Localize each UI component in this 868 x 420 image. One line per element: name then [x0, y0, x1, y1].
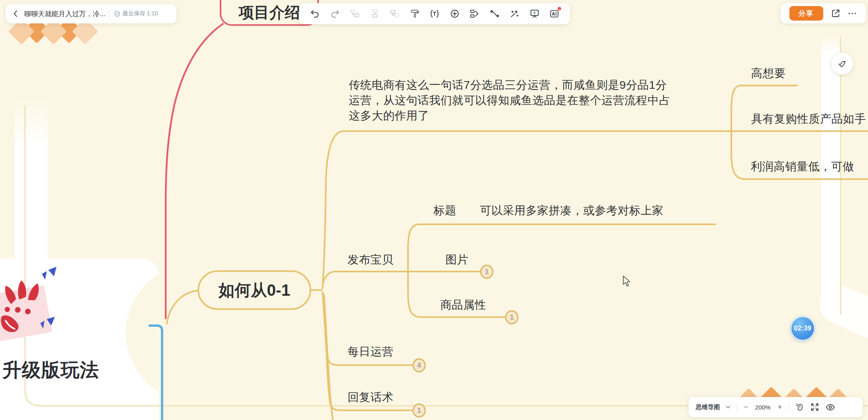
badge-image-count[interactable]: 1 — [480, 265, 493, 279]
notification-dot — [558, 7, 561, 10]
add-node-icon[interactable] — [449, 8, 461, 20]
node-central-topic[interactable]: 升级版玩法 — [2, 357, 99, 383]
divider — [109, 10, 110, 18]
relation-icon[interactable] — [489, 8, 501, 20]
node-title-tip[interactable]: 可以采用多家拼凑，或参考对标上家 — [480, 203, 664, 218]
node-how-from-0-1-label: 如何从0-1 — [219, 279, 290, 301]
badge-reply-count[interactable]: 1 — [412, 403, 426, 418]
insert-child-icon[interactable] — [389, 8, 401, 20]
format-painter-icon[interactable] — [409, 8, 421, 20]
toolbar — [299, 3, 570, 24]
zoom-in-button[interactable]: + — [775, 403, 784, 412]
mouse-cursor — [622, 276, 632, 288]
ai-icon[interactable] — [548, 8, 560, 20]
external-link-icon[interactable] — [831, 8, 841, 19]
document-header-card: 聊聊天就能月入过万，冷... 最近保存 1:10 — [6, 4, 177, 23]
node-reply-script[interactable]: 回复话术 — [348, 390, 393, 405]
node-title[interactable]: 标题 — [433, 203, 456, 218]
save-status: 最近保存 1:10 — [114, 10, 158, 17]
timer-bubble[interactable]: 02:39 — [791, 316, 815, 341]
node-high[interactable]: 高想要 — [751, 66, 786, 81]
share-card: 分享 ··· — [781, 3, 866, 23]
zoom-level-value: 200% — [755, 404, 770, 411]
save-status-text: 最近保存 1:10 — [123, 10, 158, 17]
node-repurchase[interactable]: 具有复购性质产品如手 — [751, 111, 866, 127]
present-icon[interactable] — [529, 8, 541, 20]
node-publish[interactable]: 发布宝贝 — [348, 252, 393, 267]
chevron-down-icon[interactable] — [725, 404, 731, 410]
right-white-pillar-decoration — [821, 36, 841, 317]
timer-value: 02:39 — [794, 325, 811, 332]
node-daily-ops[interactable]: 每日运营 — [348, 344, 393, 359]
branch-yellow-group — [167, 86, 868, 420]
summary-icon[interactable] — [468, 8, 481, 20]
undo-icon[interactable] — [309, 8, 321, 20]
share-button-label: 分享 — [799, 9, 814, 18]
mindmap-app: { "header": { "back_icon": "chevron-left… — [0, 0, 868, 420]
style-brush-floating-button[interactable] — [831, 53, 853, 75]
mouse-mode-icon[interactable] — [794, 402, 805, 412]
beautify-wand-icon[interactable] — [508, 8, 520, 20]
back-icon[interactable] — [11, 9, 20, 18]
more-options-button[interactable]: ··· — [848, 9, 858, 18]
view-control-bar: 思维导图 − 200% + — [689, 397, 863, 417]
text-icon[interactable] — [429, 8, 441, 20]
document-title[interactable]: 聊聊天就能月入过万，冷... — [24, 9, 105, 19]
node-project-intro-label: 项目介绍 — [239, 2, 300, 23]
node-how-from-0-1[interactable]: 如何从0-1 — [198, 270, 311, 310]
insert-parent-icon[interactable] — [369, 8, 381, 20]
insert-sibling-icon[interactable] — [349, 8, 361, 20]
share-button[interactable]: 分享 — [789, 6, 823, 21]
view-mode-select[interactable]: 思维导图 — [696, 403, 720, 411]
divider — [789, 403, 789, 411]
redo-icon[interactable] — [329, 8, 341, 20]
badge-daily-count[interactable]: 4 — [412, 358, 426, 372]
marker-pen-icon — [837, 59, 847, 69]
fit-screen-icon[interactable] — [810, 402, 820, 412]
node-product-attr[interactable]: 商品属性 — [440, 297, 486, 313]
firework-illustration — [0, 264, 81, 345]
check-circle-icon — [114, 10, 121, 17]
badge-attr-count[interactable]: 1 — [505, 310, 518, 324]
eye-icon[interactable] — [825, 402, 835, 412]
divider — [736, 403, 737, 411]
node-profit[interactable]: 利润高销量低，可做 — [751, 159, 854, 174]
node-image[interactable]: 图片 — [445, 252, 468, 267]
node-note-text[interactable]: 传统电商有这么一句话7分选品三分运营，而咸鱼则是9分品1分 运营，从这句话我们就… — [349, 77, 720, 123]
zoom-out-button[interactable]: − — [741, 403, 750, 412]
